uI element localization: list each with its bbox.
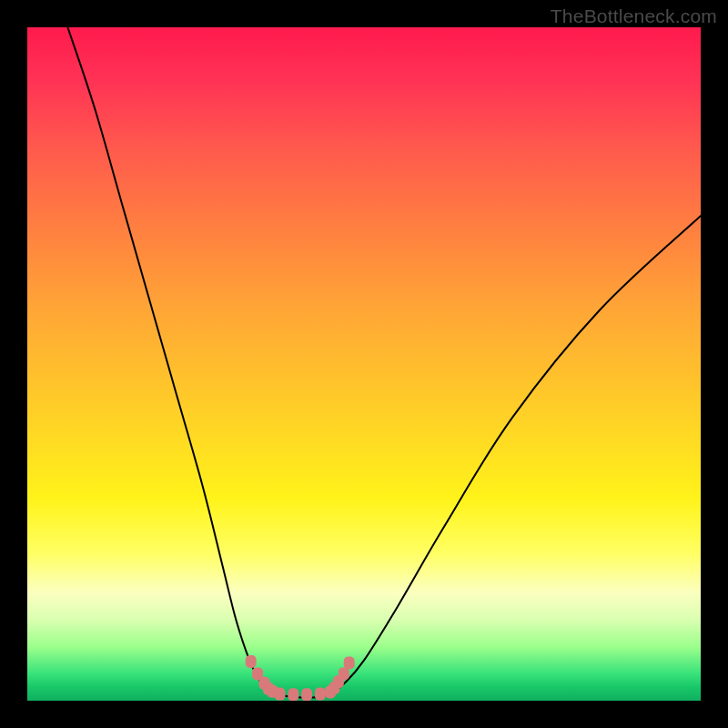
marker-dot — [344, 657, 355, 670]
watermark-text: TheBottleneck.com — [551, 5, 717, 27]
marker-dot — [301, 688, 312, 701]
plot-area — [27, 27, 701, 701]
marker-dot — [275, 688, 286, 701]
right-curve — [330, 216, 701, 693]
marker-dot — [246, 655, 257, 668]
bottom-markers — [246, 655, 355, 701]
chart-frame: TheBottleneck.com — [0, 0, 728, 728]
marker-dot — [288, 688, 298, 701]
curve-svg — [27, 27, 701, 701]
left-curve — [67, 27, 273, 694]
marker-dot — [315, 688, 326, 701]
